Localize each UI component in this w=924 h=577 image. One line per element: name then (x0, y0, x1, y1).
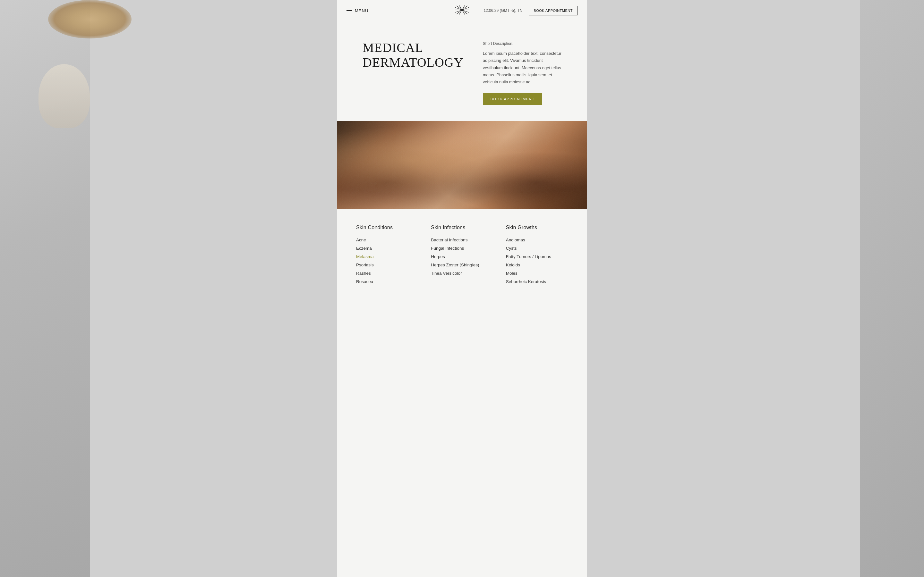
condition-link[interactable]: Cysts (506, 246, 517, 251)
flower-decoration (39, 64, 103, 128)
condition-link[interactable]: Acne (356, 237, 366, 242)
header-right: 12:06:29 (GMT -5), TN BOOK APPOINTMENT (483, 6, 577, 15)
condition-link[interactable]: Fatty Tumors / Lipomas (506, 254, 551, 259)
condition-column-title: Skin Conditions (356, 225, 418, 230)
logo-icon (454, 4, 470, 16)
texture-overlay (337, 121, 587, 209)
condition-link[interactable]: Melasma (356, 254, 374, 259)
list-item: Eczema (356, 245, 418, 251)
condition-column-skin-growths: Skin GrowthsAngiomasCystsFatty Tumors / … (506, 225, 568, 287)
condition-link[interactable]: Moles (506, 271, 517, 276)
right-decoration (860, 0, 924, 577)
svg-rect-8 (337, 121, 587, 209)
list-item: Acne (356, 237, 418, 243)
hamburger-icon (347, 9, 352, 13)
list-item: Rosacea (356, 279, 418, 284)
book-appointment-header-button[interactable]: BOOK APPOINTMENT (529, 6, 577, 15)
condition-column-skin-infections: Skin InfectionsBacterial InfectionsFunga… (431, 225, 493, 287)
condition-link[interactable]: Angiomas (506, 237, 525, 242)
condition-link[interactable]: Fungal Infections (431, 246, 464, 251)
list-item: Psoriasis (356, 262, 418, 268)
conditions-columns: Skin ConditionsAcneEczemaMelasmaPsoriasi… (356, 225, 568, 287)
condition-link[interactable]: Tinea Versicolor (431, 271, 462, 276)
site-header: MENU 12:06:29 (GMT -5), TN BOOK APPOI (337, 0, 587, 21)
list-item: Seborrheic Keratosis (506, 279, 568, 284)
list-item: Herpes Zoster (Shingles) (431, 262, 493, 268)
condition-link[interactable]: Rashes (356, 271, 371, 276)
condition-link[interactable]: Eczema (356, 246, 372, 251)
menu-button[interactable]: MENU (347, 8, 368, 13)
condition-column-title: Skin Growths (506, 225, 568, 230)
list-item: Melasma (356, 253, 418, 259)
main-panel: MENU 12:06:29 (GMT -5), TN BOOK APPOI (337, 0, 587, 577)
list-item: Cysts (506, 245, 568, 251)
hero-section: MEDICAL DERMATOLOGY Short Description: L… (337, 21, 587, 121)
list-item: Fungal Infections (431, 245, 493, 251)
logo (454, 4, 470, 17)
condition-link[interactable]: Bacterial Infections (431, 237, 467, 242)
condition-column-title: Skin Infections (431, 225, 493, 230)
short-desc-label: Short Description: (483, 40, 561, 47)
condition-link[interactable]: Herpes (431, 254, 445, 259)
list-item: Moles (506, 270, 568, 276)
book-appointment-main-button[interactable]: BOOK APPOINTMENT (483, 93, 543, 105)
condition-link[interactable]: Rosacea (356, 279, 373, 284)
condition-link[interactable]: Psoriasis (356, 263, 374, 268)
condition-link[interactable]: Herpes Zoster (Shingles) (431, 263, 479, 268)
page-title: MEDICAL DERMATOLOGY (363, 40, 464, 70)
condition-link[interactable]: Seborrheic Keratosis (506, 279, 546, 284)
hero-title-block: MEDICAL DERMATOLOGY (363, 40, 464, 70)
list-item: Herpes (431, 253, 493, 259)
list-item: Bacterial Infections (431, 237, 493, 243)
hero-description-block: Short Description: Lorem ipsum placehold… (483, 40, 561, 105)
conditions-section: Skin ConditionsAcneEczemaMelasmaPsoriasi… (337, 209, 587, 306)
left-decoration (0, 0, 90, 577)
condition-link[interactable]: Keloids (506, 263, 520, 268)
list-item: Fatty Tumors / Lipomas (506, 253, 568, 259)
menu-label: MENU (355, 8, 368, 13)
list-item: Tinea Versicolor (431, 270, 493, 276)
datetime-display: 12:06:29 (GMT -5), TN (483, 8, 522, 13)
bread-deco (48, 0, 132, 39)
hero-description-text: Lorem ipsum placeholder text, consectetu… (483, 50, 561, 85)
list-item: Angiomas (506, 237, 568, 243)
list-item: Rashes (356, 270, 418, 276)
condition-column-skin-conditions: Skin ConditionsAcneEczemaMelasmaPsoriasi… (356, 225, 418, 287)
banner-image (337, 121, 587, 209)
list-item: Keloids (506, 262, 568, 268)
hero-image-banner (337, 121, 587, 209)
